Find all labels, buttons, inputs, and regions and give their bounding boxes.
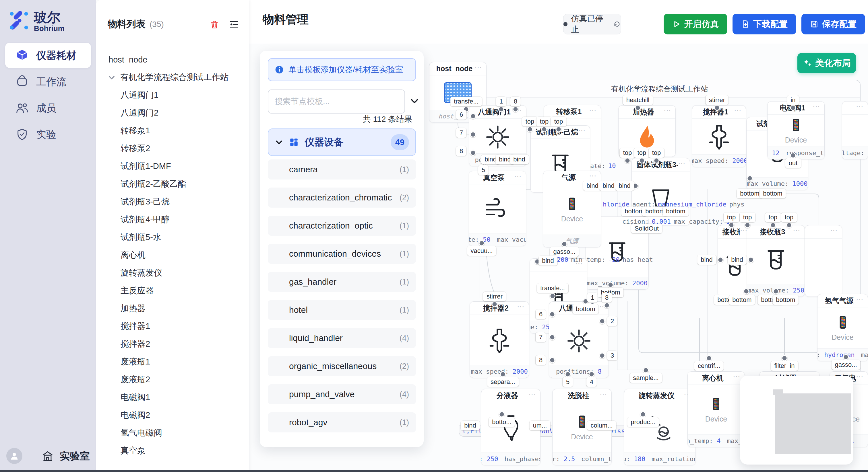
sidebar-item-instruments[interactable]: 仪器耗材 [5,43,91,68]
chevron-down-icon[interactable] [107,73,116,81]
template-category-characterization_optic[interactable]: characterization_optic(1) [268,216,416,236]
refresh-icon[interactable] [613,20,621,28]
brand-logo[interactable]: 玻尔 Bohrium [0,0,96,33]
port-handle[interactable] [599,353,606,359]
port-handle[interactable] [604,303,610,308]
tree-item[interactable]: 搅拌器2 [96,335,249,353]
template-category-hotel[interactable]: hotel(1) [268,300,416,320]
avatar[interactable] [6,448,22,464]
sidebar-item-members[interactable]: 成员 [5,96,91,121]
port-handle[interactable] [513,106,519,112]
port-handle[interactable] [492,301,498,307]
port-handle[interactable] [745,222,751,228]
node-menu-icon[interactable]: ⋯ [856,295,864,304]
template-category-gas_handler[interactable]: gas_handler(1) [268,272,416,292]
port-handle[interactable] [773,289,779,295]
port-handle[interactable] [608,282,614,288]
port-handle[interactable] [843,354,849,360]
tree-item[interactable]: 废液瓶1 [96,353,249,371]
download-config-button[interactable]: 下载配置 [733,14,796,34]
node-menu-icon[interactable]: ⋯ [474,63,483,72]
node-menu-icon[interactable]: ⋯ [856,102,864,111]
node-真空泵[interactable]: 真空泵⋯pump_rate: 50max_vacuum: 0.1 [469,171,526,246]
collapse-list-icon[interactable] [229,20,239,29]
node-menu-icon[interactable]: ⋯ [528,390,537,399]
template-category-organic_miscellaneous[interactable]: organic_miscellaneous(2) [268,356,416,376]
node-menu-icon[interactable]: ⋯ [856,372,864,381]
port-handle[interactable] [499,411,505,417]
search-input[interactable] [268,90,405,113]
node-电磁阀1[interactable]: 电磁阀1⋯Devicevoltage: 12response_time: 0.1 [767,101,825,160]
template-category-characterization_chromatic[interactable]: characterization_chromatic(2) [268,188,416,208]
node-接收瓶3[interactable]: 接收瓶3⋯max_volume: 250 [747,225,805,297]
port-handle[interactable] [786,222,792,228]
port-handle[interactable] [589,371,595,377]
trash-icon[interactable] [210,20,219,29]
node-menu-icon[interactable]: ⋯ [589,171,597,180]
port-handle[interactable] [782,355,787,361]
port-handle[interactable] [790,105,796,111]
tree-item[interactable]: 氢气电磁阀 [96,424,249,442]
port-handle[interactable] [470,132,476,138]
tree-item[interactable]: 八通阀门2 [96,104,249,122]
tree-item[interactable]: 旋转蒸发仪 [96,264,249,282]
port-handle[interactable] [549,357,555,363]
node-untitled[interactable]: ⋯ [805,225,842,297]
tree-item[interactable]: 搅拌器1 [96,317,249,335]
port-handle[interactable] [549,311,555,317]
node-搅拌器2[interactable]: 搅拌器2⋯max_speed: 2000 [470,301,529,378]
chevron-down-icon[interactable] [410,96,420,106]
tree-item-host-node[interactable]: host_node [96,51,249,69]
port-handle[interactable] [549,334,555,340]
node-menu-icon[interactable]: ⋯ [514,172,522,181]
template-category-robot_agv[interactable]: robot_agv(1) [268,412,416,432]
tree-group-workstation[interactable]: 有机化学流程综合测试工作站 [96,69,249,86]
port-handle[interactable] [561,241,567,247]
tree-item[interactable]: 试剂瓶3-己烷 [96,193,249,211]
node-旋转蒸发仪[interactable]: 旋转蒸发仪⋯temp: 180max_rotation_sp [624,389,696,465]
node-menu-icon[interactable]: ⋯ [733,372,741,381]
port-handle[interactable] [599,318,606,324]
port-handle[interactable] [639,158,645,164]
port-handle[interactable] [718,257,724,263]
node-menu-icon[interactable]: ⋯ [813,102,821,111]
port-handle[interactable] [550,293,556,299]
node-氢气气源[interactable]: 氢气气源⋯Device_type: hydrogenmax_pre [817,294,868,361]
port-handle[interactable] [556,127,562,133]
port-handle[interactable] [640,411,646,417]
node-menu-icon[interactable]: ⋯ [793,226,801,235]
template-category-liquid_handler[interactable]: liquid_handler(4) [268,328,416,348]
tree-item[interactable]: 离心机 [96,246,249,264]
node-menu-icon[interactable]: ⋯ [589,106,597,115]
start-simulation-button[interactable]: 开启仿真 [663,14,727,34]
node-搅拌器1[interactable]: 搅拌器1⋯max_speed: 2000 [692,105,746,167]
category-group-instruments[interactable]: 仪器设备 49 [268,129,416,156]
sidebar-item-experiments[interactable]: 实验 [5,122,91,147]
tree-item[interactable]: 试剂瓶1-DMF [96,158,249,175]
port-handle[interactable] [625,158,631,164]
port-handle[interactable] [743,289,749,295]
tree-item[interactable]: 加热器 [96,300,249,317]
tree-item[interactable]: 真空泵 [96,442,249,460]
port-handle[interactable] [706,355,712,361]
node-untitled[interactable]: ⋯voltage: 12 [842,101,868,160]
tree-item[interactable]: 八通阀门1 [96,86,249,104]
port-handle[interactable] [748,257,754,263]
port-handle[interactable] [643,367,649,373]
port-handle[interactable] [635,105,641,111]
template-category-camera[interactable]: camera(1) [268,160,416,179]
port-handle[interactable] [770,222,776,228]
node-menu-icon[interactable]: ⋯ [678,159,686,168]
node-menu-icon[interactable]: ⋯ [517,302,525,311]
minimap-viewport[interactable] [775,394,851,454]
node-menu-icon[interactable]: ⋯ [600,390,608,399]
port-handle[interactable] [728,222,735,228]
tree-item[interactable]: 主反应器 [96,282,249,300]
tree-item[interactable]: 试剂瓶2-乙酸乙酯 [96,175,249,193]
tree-item[interactable]: 电磁阀1 [96,389,249,406]
port-handle[interactable] [479,240,485,246]
node-menu-icon[interactable]: ⋯ [578,126,586,135]
tree-item[interactable]: 转移泵2 [96,140,249,158]
simulation-status-pill[interactable]: 仿真已停止 [563,14,621,34]
template-category-communication_devices[interactable]: communication_devices(1) [268,244,416,264]
